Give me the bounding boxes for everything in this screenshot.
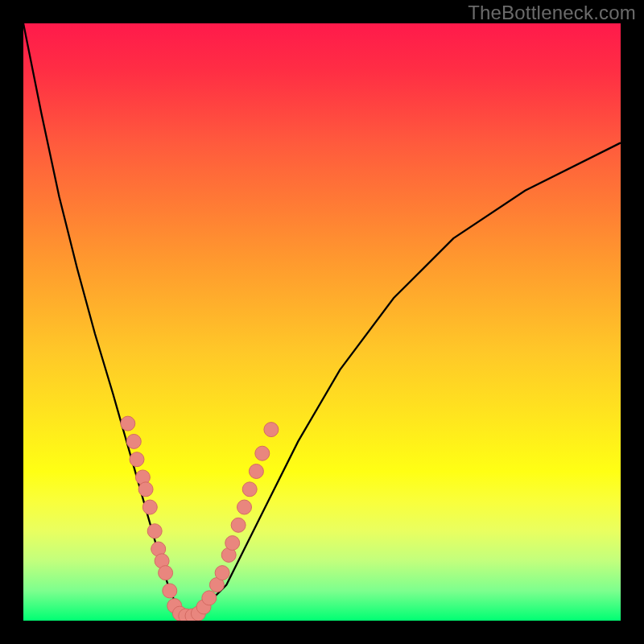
plot-area [23, 23, 621, 621]
data-point [237, 500, 252, 514]
data-point [264, 423, 279, 437]
watermark-text: TheBottleneck.com [468, 2, 636, 24]
data-point [249, 464, 263, 479]
chart-frame: TheBottleneck.com [0, 0, 644, 644]
data-point [138, 482, 153, 497]
data-point [126, 434, 141, 448]
data-point [231, 518, 246, 532]
data-point [159, 566, 173, 580]
data-point [130, 452, 144, 467]
bottleneck-curve [23, 23, 621, 621]
data-point [163, 584, 177, 598]
data-point [242, 482, 257, 497]
data-point [121, 416, 135, 431]
data-point [202, 591, 217, 605]
data-point [255, 446, 270, 460]
data-point [142, 500, 157, 514]
data-point [225, 536, 240, 551]
data-point [147, 524, 162, 539]
data-point [215, 566, 229, 580]
